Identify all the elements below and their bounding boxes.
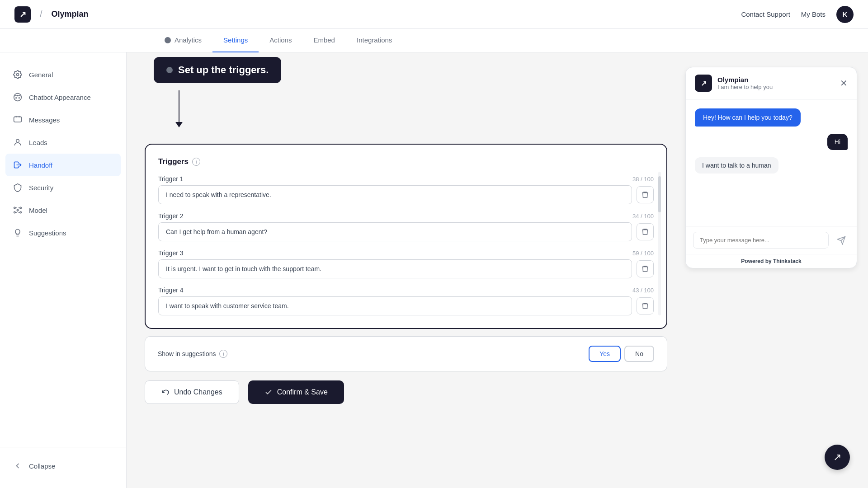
suggestions-label: Show in suggestions i xyxy=(158,350,227,358)
trigger-4-delete-btn[interactable] xyxy=(637,297,654,314)
svg-point-7 xyxy=(17,209,18,211)
content-with-chat: Set up the triggers. Triggers i xyxy=(127,52,868,488)
chat-body: Hey! How can I help you today? Hi I want… xyxy=(686,99,857,226)
chat-preview: ↗ Olympian I am here to help you ✕ Hey! … xyxy=(685,67,857,268)
chat-bot-message: Hey! How can I help you today? xyxy=(695,108,801,127)
shield-icon xyxy=(13,183,23,192)
svg-point-6 xyxy=(16,139,19,142)
suggestions-yes-btn[interactable]: Yes xyxy=(589,346,621,362)
sidebar-item-label-model: Model xyxy=(29,206,47,214)
my-bots-link[interactable]: My Bots xyxy=(801,10,826,18)
trigger-2-input[interactable] xyxy=(158,222,632,241)
trigger-3-count: 59 / 100 xyxy=(632,250,654,257)
triggers-info-icon[interactable]: i xyxy=(192,158,200,166)
triggers-card: Triggers i Trigger 1 38 / 100 xyxy=(145,144,667,329)
trigger-row-1: Trigger 1 38 / 100 xyxy=(158,175,654,204)
confirm-save-button[interactable]: Confirm & Save xyxy=(248,380,344,404)
user-avatar[interactable]: K xyxy=(836,6,854,23)
trigger-2-label: Trigger 2 xyxy=(158,212,184,220)
chat-bot-icon: ↗ xyxy=(695,75,712,92)
trigger-2-delete-btn[interactable] xyxy=(637,223,654,240)
handoff-icon xyxy=(13,160,23,170)
sidebar-collapse-btn[interactable]: Collapse xyxy=(0,455,126,477)
chat-footer-prefix: Powered by xyxy=(741,258,773,264)
chat-user-initial: Hi xyxy=(827,134,848,150)
trigger-1-label: Trigger 1 xyxy=(158,175,184,183)
trigger-2-input-row xyxy=(158,222,654,241)
tab-analytics[interactable]: Analytics xyxy=(154,29,212,52)
app-header: ↗ / Olympian Contact Support My Bots K xyxy=(0,0,868,29)
trigger-row-3: Trigger 3 59 / 100 xyxy=(158,249,654,278)
sidebar-item-chatbot-appearance[interactable]: Chatbot Appearance xyxy=(0,86,126,108)
message-icon xyxy=(13,115,23,125)
trigger-3-input[interactable] xyxy=(158,259,632,278)
nav-tabs-bar: Analytics Settings Actions Embed Integra… xyxy=(0,29,868,52)
sidebar-item-handoff[interactable]: Handoff xyxy=(5,154,121,176)
trigger-row-4: Trigger 4 43 / 100 xyxy=(158,286,654,315)
suggestions-no-btn[interactable]: No xyxy=(624,346,654,362)
trigger-2-count: 34 / 100 xyxy=(632,213,654,220)
sidebar-item-suggestions[interactable]: Suggestions xyxy=(0,221,126,244)
sidebar: General Chatbot Appearance Messages xyxy=(0,52,127,488)
trigger-3-delete-btn[interactable] xyxy=(637,260,654,277)
svg-point-9 xyxy=(20,207,21,208)
chat-send-btn[interactable] xyxy=(833,232,849,249)
svg-point-11 xyxy=(20,211,21,213)
svg-point-1 xyxy=(14,94,22,101)
sidebar-item-label-suggestions: Suggestions xyxy=(29,229,66,237)
trigger-1-delete-btn[interactable] xyxy=(637,186,654,203)
gear-icon xyxy=(13,70,23,80)
trigger-3-label-row: Trigger 3 59 / 100 xyxy=(158,249,654,257)
sidebar-item-security[interactable]: Security xyxy=(0,176,126,199)
contact-support-link[interactable]: Contact Support xyxy=(741,10,790,18)
chat-bot-name: Olympian xyxy=(717,76,773,84)
trigger-4-input[interactable] xyxy=(158,296,632,315)
floating-bot-button[interactable]: ↗ xyxy=(825,445,850,470)
analytics-dot xyxy=(165,37,171,43)
svg-point-4 xyxy=(19,98,20,99)
tooltip-text: Set up the triggers. xyxy=(178,64,269,76)
chat-message-input[interactable] xyxy=(693,232,829,249)
tab-embed[interactable]: Embed xyxy=(302,29,346,52)
sidebar-item-leads[interactable]: Leads xyxy=(0,131,126,154)
triggers-title: Triggers xyxy=(158,157,189,166)
trigger-4-input-row xyxy=(158,296,654,315)
main-content: Set up the triggers. Triggers i xyxy=(127,52,685,488)
trigger-4-label-row: Trigger 4 43 / 100 xyxy=(158,286,654,294)
sidebar-item-label-leads: Leads xyxy=(29,139,47,146)
bottom-actions: Undo Changes Confirm & Save xyxy=(145,371,667,408)
sidebar-item-messages[interactable]: Messages xyxy=(0,108,126,131)
sidebar-item-model[interactable]: Model xyxy=(0,199,126,221)
sidebar-item-label-messages: Messages xyxy=(29,116,60,124)
brand-name: Olympian xyxy=(52,9,89,19)
svg-point-0 xyxy=(17,74,19,76)
palette-icon xyxy=(13,92,23,102)
header-right: Contact Support My Bots K xyxy=(741,6,854,23)
sidebar-item-label-general: General xyxy=(29,71,53,79)
tab-actions[interactable]: Actions xyxy=(259,29,302,52)
trigger-1-input-row xyxy=(158,185,654,204)
undo-changes-button[interactable]: Undo Changes xyxy=(145,380,239,404)
tab-settings[interactable]: Settings xyxy=(212,29,259,52)
chat-user-followup: I want to talk to a human xyxy=(695,157,778,174)
suggestions-info-icon[interactable]: i xyxy=(219,350,227,358)
tooltip-dot xyxy=(166,67,173,73)
chat-close-btn[interactable]: ✕ xyxy=(840,78,848,89)
svg-rect-5 xyxy=(14,117,22,122)
sidebar-item-label-handoff: Handoff xyxy=(29,161,52,169)
lightbulb-icon xyxy=(13,228,23,238)
collapse-icon xyxy=(13,461,23,471)
person-icon xyxy=(13,137,23,147)
svg-point-8 xyxy=(14,207,15,208)
app-logo[interactable]: ↗ xyxy=(14,6,31,23)
model-icon xyxy=(13,205,23,215)
sidebar-item-label-chatbot-appearance: Chatbot Appearance xyxy=(29,94,91,101)
chat-input-row xyxy=(686,226,857,254)
chat-footer-brand: Thinkstack xyxy=(773,258,802,264)
chat-header: ↗ Olympian I am here to help you ✕ xyxy=(686,67,857,99)
trigger-1-input[interactable] xyxy=(158,185,632,204)
sidebar-item-general[interactable]: General xyxy=(0,63,126,86)
header-divider: / xyxy=(40,9,42,19)
tab-integrations[interactable]: Integrations xyxy=(346,29,403,52)
svg-point-2 xyxy=(16,98,17,99)
